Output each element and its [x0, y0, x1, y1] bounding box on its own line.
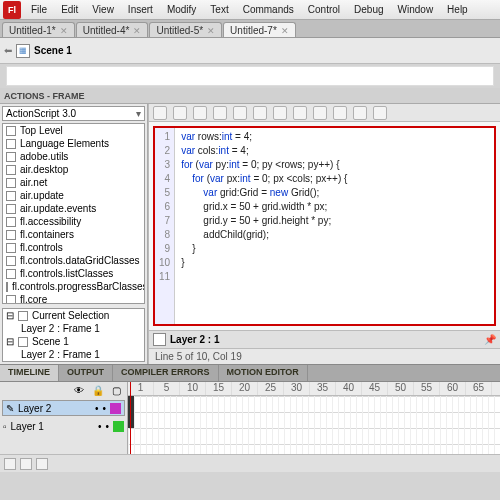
list-item[interactable]: Language Elements — [3, 137, 144, 150]
list-item[interactable]: adobe.utils — [3, 150, 144, 163]
target-icon — [18, 311, 28, 321]
new-folder-icon[interactable] — [20, 458, 32, 470]
menu-window[interactable]: Window — [391, 4, 441, 15]
layer-name: Layer 2 — [18, 403, 51, 414]
wrap-icon[interactable] — [353, 106, 367, 120]
menu-commands[interactable]: Commands — [236, 4, 301, 15]
menu-control[interactable]: Control — [301, 4, 347, 15]
menu-edit[interactable]: Edit — [54, 4, 85, 15]
new-layer-icon[interactable] — [4, 458, 16, 470]
script-version-select[interactable]: ActionScript 3.0 ▾ — [2, 106, 145, 121]
outline-icon[interactable]: ▢ — [112, 385, 121, 396]
selection-item[interactable]: Layer 2 : Frame 1 — [21, 323, 100, 334]
list-item[interactable]: fl.controls.progressBarClasses — [3, 280, 144, 293]
expand-icon[interactable] — [313, 106, 327, 120]
menu-help[interactable]: Help — [440, 4, 475, 15]
lock-icon[interactable]: 🔒 — [92, 385, 104, 396]
list-item[interactable]: fl.controls.listClasses — [3, 267, 144, 280]
menu-view[interactable]: View — [85, 4, 121, 15]
item-label: air.update.events — [20, 203, 96, 214]
book-icon — [6, 295, 16, 305]
item-label: adobe.utils — [20, 151, 68, 162]
list-item[interactable]: fl.controls.dataGridClasses — [3, 254, 144, 267]
keyframe[interactable] — [128, 412, 134, 428]
panel-title: Current Selection — [32, 310, 109, 321]
eye-icon[interactable]: 👁 — [74, 385, 84, 396]
code-text[interactable]: var rows:int = 4;var cols:int = 4;for (v… — [175, 128, 353, 324]
timeline-track[interactable]: 15101520253035404550556065 — [128, 382, 500, 454]
book-icon — [6, 217, 16, 227]
tab-label: Untitled-7* — [230, 25, 277, 36]
list-item[interactable]: air.desktop — [3, 163, 144, 176]
collapse-icon[interactable]: ⊟ — [6, 336, 14, 347]
list-item[interactable]: fl.controls — [3, 241, 144, 254]
item-label: fl.controls.listClasses — [20, 268, 113, 279]
list-item[interactable]: air.net — [3, 176, 144, 189]
script-version-value: ActionScript 3.0 — [6, 108, 76, 119]
collapse-icon[interactable]: ⊟ — [6, 310, 14, 321]
menu-modify[interactable]: Modify — [160, 4, 203, 15]
tab-untitled-1[interactable]: Untitled-1*✕ — [2, 22, 75, 37]
item-label: fl.controls — [20, 242, 63, 253]
list-item[interactable]: fl.containers — [3, 228, 144, 241]
list-item[interactable]: air.update.events — [3, 202, 144, 215]
layer-row[interactable]: ✎ Layer 2 •• — [2, 400, 125, 416]
code-area[interactable]: 1234567891011 var rows:int = 4;var cols:… — [153, 126, 496, 326]
list-item[interactable]: fl.core — [3, 293, 144, 304]
check-syntax-icon[interactable] — [213, 106, 227, 120]
comment-icon[interactable] — [333, 106, 347, 120]
code-editor: 1234567891011 var rows:int = 4;var cols:… — [148, 104, 500, 364]
package-list[interactable]: Top Level Language Elements adobe.utils … — [2, 123, 145, 304]
book-icon — [6, 269, 16, 279]
tab-untitled-5[interactable]: Untitled-5*✕ — [149, 22, 222, 37]
tab-output[interactable]: OUTPUT — [59, 365, 113, 381]
target-icon[interactable] — [193, 106, 207, 120]
menu-file[interactable]: File — [24, 4, 54, 15]
menu-insert[interactable]: Insert — [121, 4, 160, 15]
tab-motion-editor[interactable]: MOTION EDITOR — [219, 365, 308, 381]
item-label: fl.core — [20, 294, 47, 304]
list-item[interactable]: air.update — [3, 189, 144, 202]
add-icon[interactable] — [153, 106, 167, 120]
actions-sidebar: ActionScript 3.0 ▾ Top Level Language El… — [0, 104, 148, 364]
close-icon[interactable]: ✕ — [133, 26, 141, 36]
layer-row[interactable]: ▫ Layer 1 •• — [0, 418, 127, 434]
pin-icon[interactable]: 📌 — [484, 334, 496, 345]
actions-workspace: ActionScript 3.0 ▾ Top Level Language El… — [0, 104, 500, 364]
delete-layer-icon[interactable] — [36, 458, 48, 470]
collapse-icon[interactable] — [293, 106, 307, 120]
timeline-ruler: 15101520253035404550556065 — [128, 382, 500, 396]
help-icon[interactable] — [373, 106, 387, 120]
actions-panel-header[interactable]: ACTIONS - FRAME — [0, 88, 500, 104]
list-item[interactable]: fl.accessibility — [3, 215, 144, 228]
selection-item[interactable]: Layer 2 : Frame 1 — [21, 349, 100, 360]
tab-untitled-4[interactable]: Untitled-4*✕ — [76, 22, 149, 37]
book-icon — [6, 178, 16, 188]
playhead[interactable] — [130, 382, 131, 454]
app-logo: Fl — [3, 1, 21, 19]
auto-format-icon[interactable] — [233, 106, 247, 120]
find-icon[interactable] — [173, 106, 187, 120]
editor-toolbar — [149, 104, 500, 122]
menu-debug[interactable]: Debug — [347, 4, 390, 15]
close-icon[interactable]: ✕ — [281, 26, 289, 36]
close-icon[interactable]: ✕ — [60, 26, 68, 36]
menu-text[interactable]: Text — [203, 4, 235, 15]
timeline-toolbar — [0, 454, 500, 472]
tab-compiler-errors[interactable]: COMPILER ERRORS — [113, 365, 219, 381]
panel-title: Scene 1 — [32, 336, 69, 347]
book-icon — [6, 204, 16, 214]
bottom-panel-tabs: TIMELINE OUTPUT COMPILER ERRORS MOTION E… — [0, 364, 500, 382]
document-tabs: Untitled-1*✕ Untitled-4*✕ Untitled-5*✕ U… — [0, 20, 500, 38]
keyframe[interactable] — [128, 396, 134, 412]
code-hint-icon[interactable] — [253, 106, 267, 120]
close-icon[interactable]: ✕ — [207, 26, 215, 36]
item-label: Top Level — [20, 125, 63, 136]
tab-untitled-7[interactable]: Untitled-7*✕ — [223, 22, 296, 37]
tab-timeline[interactable]: TIMELINE — [0, 365, 59, 381]
debug-icon[interactable] — [273, 106, 287, 120]
editor-tab-label[interactable]: Layer 2 : 1 — [170, 334, 219, 345]
status-bar: Line 5 of 10, Col 19 — [149, 348, 500, 364]
back-icon[interactable]: ⬅ — [4, 45, 12, 56]
list-item[interactable]: Top Level — [3, 124, 144, 137]
